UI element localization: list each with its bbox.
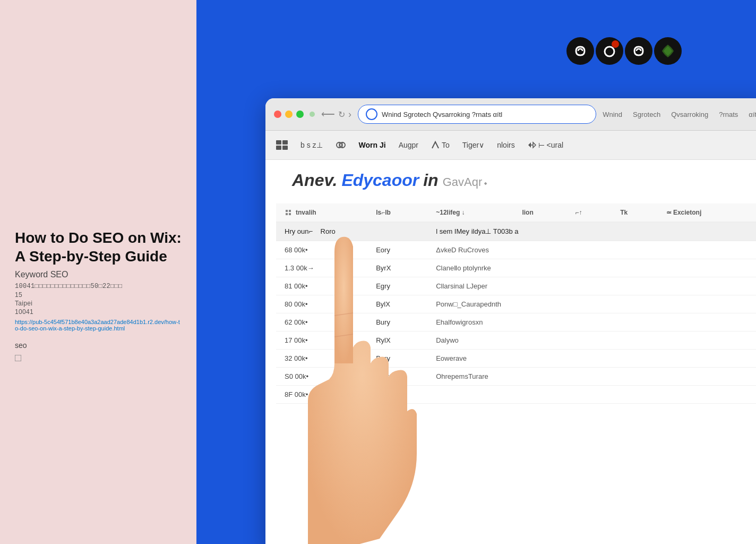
row-2-col-3: ClaneⅡo ptolynrke (427, 259, 756, 277)
address-text: Wnind Sgrotech Qvsarroking ?rnats αítl (382, 110, 588, 118)
table-row: 1.3 00k→ ByrX ClaneⅡo ptolynrke (276, 259, 756, 277)
meta-line-4: 10041 (15, 308, 182, 316)
table-row: 8F 00k• (276, 386, 756, 404)
table-row: 80 00k• BylX Ponw□_Caurapednth (276, 295, 756, 313)
worm-label: Worn Ji (359, 141, 386, 149)
row-6-col-1: 17 00k• (276, 332, 367, 350)
browser-content: Anev. Edycaoor in GavAqr⬩ (265, 160, 756, 544)
title-highlight: Edycaoor (341, 171, 419, 190)
table-row: 32 00k• Bory Eowerave (276, 350, 756, 368)
col-header-1: tnvalih (276, 203, 367, 222)
forward-icon[interactable]: › (348, 109, 351, 120)
table-subheader-row: Hry oun⌐ Roro l sem IMey ildya⊥ T003b a (276, 222, 756, 241)
row-2-col-1: 1.3 00k→ (276, 259, 367, 277)
seo-icon: □ (15, 352, 182, 364)
row-6-col-3: Dalywo (427, 332, 756, 350)
nav-item-kural[interactable]: ⊢ <ural (528, 141, 563, 149)
seo-tag: seo (15, 341, 182, 350)
row-5-col-2: Bury (367, 313, 427, 332)
nav-controls: ⟵ ↻ › (321, 108, 351, 120)
secondary-nav: b s z⊥ Worn Ji Augpr To (265, 131, 756, 160)
back-icon[interactable]: ⟵ (321, 108, 335, 120)
col-header-6: Tk (612, 203, 657, 222)
row-8-col-1: S0 00k• (276, 368, 367, 386)
svg-rect-11 (289, 210, 291, 212)
left-panel: How to Do SEO on Wix: A Step-by-Step Gui… (0, 0, 196, 544)
address-circle-icon (366, 108, 377, 120)
address-bar[interactable]: Wnind Sgrotech Qvsarroking ?rnats αítl (358, 105, 596, 124)
table-header-row: tnvalih ls⌐lb ~12lifeg ↓ lion (276, 203, 756, 222)
logo-4 (654, 37, 682, 65)
maximize-button[interactable] (296, 110, 304, 118)
col-header-4: lion (513, 203, 566, 222)
browser-toolbar: ⟵ ↻ › Wnind Sgrotech Qvsarroking ?rnats … (265, 98, 756, 131)
row-2-col-2: ByrX (367, 259, 427, 277)
meta-line-1: 10041□□□□□□□□□□□□□□50□22□□□ (15, 283, 182, 290)
row-6-col-2: RylX (367, 332, 427, 350)
svg-rect-13 (289, 213, 291, 215)
col-header-2: ls⌐lb (367, 203, 427, 222)
browser-window: ⟵ ↻ › Wnind Sgrotech Qvsarroking ?rnats … (265, 98, 756, 544)
te-label: To (442, 141, 450, 149)
title-part-3: in (423, 171, 438, 190)
subheader-cell-1: Hry oun⌐ Roro (276, 222, 427, 241)
nav-item-te[interactable]: To (431, 141, 450, 149)
content-header: Anev. Edycaoor in GavAqr⬩ (265, 160, 756, 203)
table-row: S0 00k• Nilly OhrepemsTurare (276, 368, 756, 386)
row-5-col-1: 62 00k• (276, 313, 367, 332)
row-3-col-3: Cllarsinal LJeper (427, 277, 756, 295)
table-row: 81 00k• Egry Cllarsinal LJeper (276, 277, 756, 295)
refresh-icon[interactable]: ↻ (338, 109, 345, 120)
logo-1 (566, 37, 594, 65)
browser-tabs-right: Wnind Sgrotech Qvsarroking ?rnats αítl (603, 110, 756, 118)
logo-3 (625, 37, 652, 65)
svg-rect-10 (286, 210, 288, 212)
nav-item-sr[interactable] (336, 140, 346, 150)
extra-dot (310, 112, 315, 117)
row-3-col-1: 81 00k• (276, 277, 367, 295)
nav-item-tiger[interactable]: Tiger∨ (462, 141, 484, 149)
tab-extra-5: αítl (749, 110, 756, 118)
top-logos (566, 37, 682, 65)
article-url[interactable]: https://pub-5c454f571b8e40a3a2aad27ade84… (15, 319, 182, 332)
minimize-button[interactable] (285, 110, 293, 118)
article-title: How to Do SEO on Wix: A Step-by-Step Gui… (15, 228, 182, 266)
svg-rect-12 (286, 213, 288, 215)
svg-rect-1 (276, 140, 281, 144)
nav-item-bsz[interactable]: b s z⊥ (300, 141, 323, 149)
table-container: tnvalih ls⌐lb ~12lifeg ↓ lion (265, 203, 756, 404)
table-row: 17 00k• RylX Dalywo (276, 332, 756, 350)
row-8-col-3: OhrepemsTurare (427, 368, 756, 386)
row-3-col-2: Egry (367, 277, 427, 295)
table-row: 68 00k• Eory ΔvkeD RuCroves (276, 241, 756, 259)
col-header-5: ⌐↑ (567, 203, 612, 222)
row-9-col-2 (367, 386, 427, 404)
meta-line-3: Taipei (15, 300, 182, 307)
title-part-1: Anev. (292, 171, 337, 190)
close-button[interactable] (274, 110, 281, 118)
content-title: Anev. Edycaoor in GavAqr⬩ (292, 171, 740, 190)
keyword-label: Keyword SEO (15, 270, 182, 279)
row-7-col-2: Bory (367, 350, 427, 368)
svg-rect-4 (282, 146, 288, 150)
traffic-lights (274, 110, 315, 118)
tab-extra-3: Qvsarroking (671, 110, 708, 118)
meta-line-2: 15 (15, 291, 182, 299)
svg-point-0 (605, 47, 614, 56)
row-9-col-3 (427, 386, 756, 404)
data-table: tnvalih ls⌐lb ~12lifeg ↓ lion (276, 203, 756, 404)
svg-rect-2 (282, 140, 288, 144)
row-8-col-2: Nilly (367, 368, 427, 386)
col-header-7: ≃ Excietonj (658, 203, 756, 222)
nav-item-worm[interactable]: Worn Ji (359, 141, 386, 149)
table-body: 68 00k• Eory ΔvkeD RuCroves 1.3 00k→ Byr… (276, 241, 756, 404)
nav-item-cp[interactable] (276, 140, 288, 150)
tab-extra-4: ?rnats (719, 110, 738, 118)
right-area: ⟵ ↻ › Wnind Sgrotech Qvsarroking ?rnats … (196, 0, 756, 544)
logo-2 (596, 37, 623, 65)
row-4-col-2: BylX (367, 295, 427, 313)
title-part-4: GavAqr⬩ (443, 175, 489, 189)
nav-item-nloirs[interactable]: nloirs (497, 141, 514, 149)
nav-item-augpr[interactable]: Augpr (399, 141, 418, 149)
subheader-cell-2: l sem IMey ildya⊥ T003b a (427, 222, 756, 241)
